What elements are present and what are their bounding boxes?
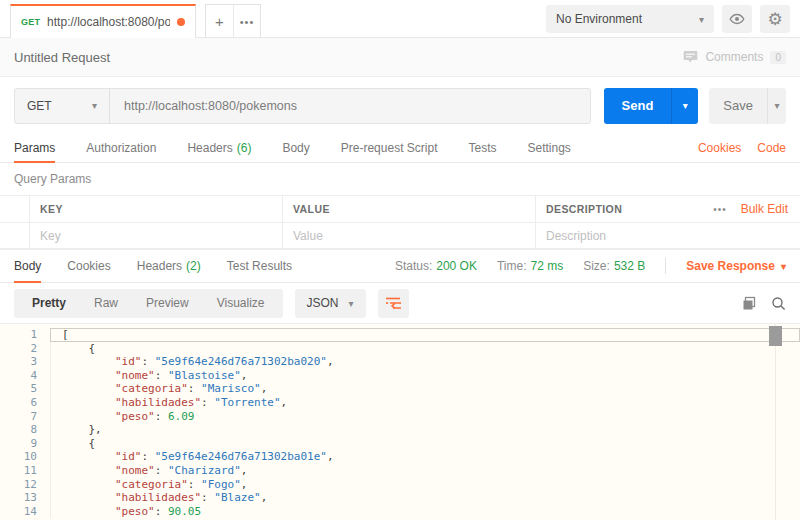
request-tabs: Params Authorization Headers(6) Body Pre… xyxy=(0,134,800,163)
request-title: Untitled Request xyxy=(14,50,110,65)
tab-method-label: GET xyxy=(21,17,40,27)
query-params-input-row xyxy=(0,222,800,249)
search-icon xyxy=(771,296,786,311)
code-line: 12 "categoria": "Fogo", xyxy=(0,478,800,492)
code-line: 9 { xyxy=(0,437,800,451)
environment-value: No Environment xyxy=(556,12,642,26)
save-button[interactable]: Save xyxy=(709,88,767,124)
tab-authorization[interactable]: Authorization xyxy=(86,134,156,162)
response-tabs: Body Cookies Headers(2) Test Results Sta… xyxy=(0,249,800,283)
response-tab-body[interactable]: Body xyxy=(14,250,41,282)
code-line: 13 "habilidades": "Blaze", xyxy=(0,491,800,505)
copy-response-button[interactable] xyxy=(742,296,757,311)
code-line: 8 }, xyxy=(0,423,800,437)
save-options-button[interactable]: ▾ xyxy=(767,88,786,124)
chevron-down-icon: ▾ xyxy=(92,100,97,111)
environment-select[interactable]: No Environment ▾ xyxy=(546,5,714,33)
response-viewer-toolbar: Pretty Raw Preview Visualize JSON ▾ xyxy=(0,283,800,324)
save-response-button[interactable]: Save Response ▾ xyxy=(686,259,786,273)
params-menu-button[interactable]: ••• xyxy=(713,204,727,215)
code-link[interactable]: Code xyxy=(757,141,786,155)
line-number: 4 xyxy=(0,369,50,383)
code-lines: 1[2 {3 "id": "5e9f64e246d76a71302ba020",… xyxy=(0,324,800,518)
size-badge: Size:532 B xyxy=(583,259,645,273)
tab-params[interactable]: Params xyxy=(14,134,55,162)
line-number: 13 xyxy=(0,491,50,505)
query-params-title: Query Params xyxy=(0,163,800,195)
scrollbar-thumb[interactable] xyxy=(769,326,782,346)
request-header: Untitled Request Comments 0 xyxy=(0,38,800,77)
cookies-link[interactable]: Cookies xyxy=(698,141,741,155)
comments-button[interactable]: Comments 0 xyxy=(683,50,786,64)
chevron-down-icon: ▾ xyxy=(781,261,786,272)
comments-count-badge: 0 xyxy=(770,51,786,64)
line-number: 12 xyxy=(0,478,50,492)
tab-settings[interactable]: Settings xyxy=(528,134,571,162)
response-tab-test-results[interactable]: Test Results xyxy=(227,250,292,282)
line-number: 8 xyxy=(0,423,50,437)
mode-preview[interactable]: Preview xyxy=(132,296,203,310)
chevron-down-icon: ▾ xyxy=(774,100,779,111)
send-split-button: Send ▾ xyxy=(604,88,699,124)
tab-body[interactable]: Body xyxy=(282,134,309,162)
save-split-button: Save ▾ xyxy=(709,88,786,124)
line-number: 5 xyxy=(0,382,50,396)
line-number: 7 xyxy=(0,410,50,424)
method-value: GET xyxy=(27,99,52,113)
send-options-button[interactable]: ▾ xyxy=(671,88,698,124)
mode-pretty[interactable]: Pretty xyxy=(18,296,80,310)
search-response-button[interactable] xyxy=(771,296,786,311)
copy-icon xyxy=(742,296,757,311)
open-request-tab[interactable]: GET http://localhost:8080/pokemons xyxy=(10,4,196,38)
new-tab-button[interactable]: + xyxy=(206,5,233,38)
line-number: 11 xyxy=(0,464,50,478)
param-description-input[interactable] xyxy=(546,229,790,243)
mode-raw[interactable]: Raw xyxy=(80,296,132,310)
tab-headers[interactable]: Headers(6) xyxy=(187,134,251,162)
send-button[interactable]: Send xyxy=(604,88,672,124)
settings-button[interactable]: ⚙ xyxy=(760,5,790,33)
tab-title: http://localhost:8080/pokemons xyxy=(47,15,170,29)
status-badge: Status:200 OK xyxy=(395,259,477,273)
wrap-lines-button[interactable] xyxy=(378,289,409,318)
code-line: 14 "peso": 90.05 xyxy=(0,505,800,519)
tab-pre-request-script[interactable]: Pre-request Script xyxy=(341,134,438,162)
code-line: 2 { xyxy=(0,342,800,356)
method-select[interactable]: GET ▾ xyxy=(15,89,110,123)
headers-count: (6) xyxy=(237,141,252,155)
view-mode-switch: Pretty Raw Preview Visualize xyxy=(14,289,283,318)
param-key-input[interactable] xyxy=(40,229,272,243)
response-body-editor[interactable]: 1[2 {3 "id": "5e9f64e246d76a71302ba020",… xyxy=(0,324,800,520)
divider xyxy=(665,258,666,274)
line-number: 1 xyxy=(0,328,50,342)
wrap-lines-icon xyxy=(385,296,401,310)
response-tab-cookies[interactable]: Cookies xyxy=(67,250,110,282)
line-number: 6 xyxy=(0,396,50,410)
environment-quick-look-button[interactable] xyxy=(722,5,752,33)
tab-tests[interactable]: Tests xyxy=(468,134,496,162)
code-line: 10 "id": "5e9f64e246d76a71302ba01e", xyxy=(0,450,800,464)
chevron-down-icon: ▾ xyxy=(683,100,688,111)
top-tab-strip: GET http://localhost:8080/pokemons + •••… xyxy=(0,0,800,38)
line-number: 14 xyxy=(0,505,50,519)
eye-icon xyxy=(729,11,745,27)
line-number: 9 xyxy=(0,437,50,451)
column-header-value: VALUE xyxy=(283,196,536,222)
bulk-edit-link[interactable]: Bulk Edit xyxy=(741,202,788,216)
code-line: 1[ xyxy=(0,328,800,342)
tab-actions: + ••• xyxy=(205,4,261,38)
column-header-description: DESCRIPTION xyxy=(536,196,701,222)
response-tab-headers[interactable]: Headers(2) xyxy=(137,250,201,282)
format-select[interactable]: JSON ▾ xyxy=(295,289,366,318)
more-tabs-button[interactable]: ••• xyxy=(233,5,260,38)
time-badge: Time:72 ms xyxy=(497,259,563,273)
line-number: 2 xyxy=(0,342,50,356)
row-gutter xyxy=(0,223,30,248)
param-value-input[interactable] xyxy=(293,229,525,243)
column-header-key: KEY xyxy=(30,196,283,222)
query-params-header-row: KEY VALUE DESCRIPTION ••• Bulk Edit xyxy=(0,195,800,222)
url-input[interactable]: http://localhost:8080/pokemons xyxy=(110,89,590,123)
row-gutter xyxy=(0,196,30,222)
mode-visualize[interactable]: Visualize xyxy=(203,296,279,310)
line-number: 3 xyxy=(0,355,50,369)
